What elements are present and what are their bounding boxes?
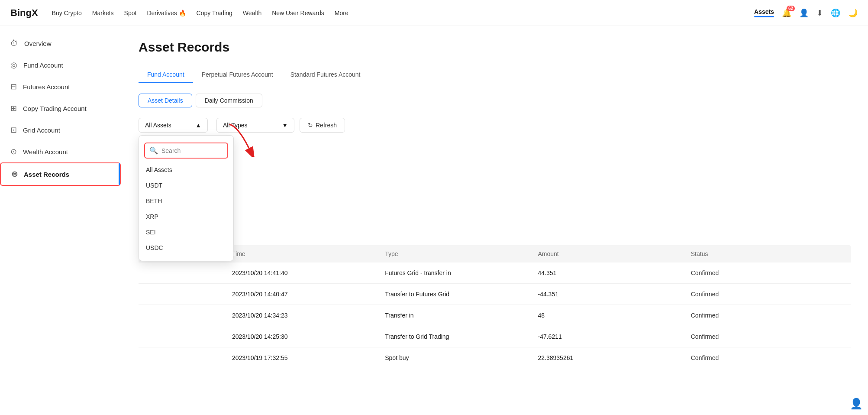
- assets-filter-chevron-up-icon: ▲: [195, 122, 201, 129]
- cell-time-1: 2023/10/20 14:40:47: [232, 291, 385, 298]
- cell-amount-0: 44.351: [538, 269, 691, 276]
- nav-derivatives[interactable]: Derivatives 🔥: [147, 10, 186, 16]
- nav-spot[interactable]: Spot: [124, 10, 137, 16]
- asset-records-table: Time Type Amount Status 2023/10/20 14:41…: [139, 245, 851, 368]
- sidebar-item-overview[interactable]: ⏱ Overview: [0, 33, 121, 54]
- types-filter-select[interactable]: All Types ▼: [216, 118, 294, 133]
- theme-icon[interactable]: 🌙: [848, 8, 858, 18]
- dropdown-item-xrp[interactable]: XRP: [139, 209, 233, 224]
- dropdown-item-beth[interactable]: BETH: [139, 193, 233, 209]
- dropdown-search-container: 🔍: [144, 143, 228, 159]
- overview-icon: ⏱: [10, 39, 18, 48]
- refresh-label: Refresh: [316, 122, 337, 129]
- cell-type-2: Transfer in: [385, 312, 538, 319]
- dropdown-items-list: All Assets USDT BETH XRP SEI USDC USDT: [139, 162, 233, 257]
- sidebar: ⏱ Overview ◎ Fund Account ⊟ Futures Acco…: [0, 26, 121, 415]
- nav-new-user-rewards[interactable]: New User Rewards: [272, 10, 324, 16]
- sub-tab-asset-details[interactable]: Asset Details: [139, 94, 192, 107]
- col-status: Status: [691, 250, 844, 257]
- sidebar-item-copy-trading[interactable]: ⊞ Copy Trading Account: [0, 97, 121, 119]
- cell-time-0: 2023/10/20 14:41:40: [232, 269, 385, 276]
- refresh-icon: ↻: [308, 122, 313, 129]
- tab-standard-futures[interactable]: Standard Futures Account: [282, 67, 369, 83]
- futures-account-icon: ⊟: [10, 82, 17, 91]
- sub-tab-daily-commission[interactable]: Daily Commission: [196, 94, 262, 107]
- filters-row: All Assets ▲ 🔍 All Assets USDT BETH XRP …: [139, 118, 851, 133]
- sidebar-overview-label: Overview: [24, 40, 52, 47]
- search-icon: 🔍: [149, 146, 158, 155]
- copy-trading-icon: ⊞: [10, 104, 17, 113]
- search-input[interactable]: [161, 147, 223, 154]
- sidebar-grid-label: Grid Account: [23, 126, 60, 134]
- col-amount: Amount: [538, 250, 691, 257]
- dropdown-item-all-assets[interactable]: All Assets: [139, 162, 233, 178]
- tab-perpetual-futures[interactable]: Perpetual Futures Account: [193, 67, 282, 83]
- sidebar-item-futures-account[interactable]: ⊟ Futures Account: [0, 76, 121, 97]
- dropdown-item-usdc[interactable]: USDC: [139, 240, 233, 256]
- refresh-button[interactable]: ↻ Refresh: [300, 118, 345, 133]
- col-time: Time: [232, 250, 385, 257]
- table-row: 2023/10/19 17:32:55 Spot buy 22.38935261…: [139, 347, 851, 368]
- cell-time-4: 2023/10/19 17:32:55: [232, 354, 385, 361]
- bottom-right-user-icon[interactable]: 👤: [850, 398, 863, 410]
- cell-amount-1: -44.351: [538, 291, 691, 298]
- table-row: 2023/10/20 14:25:30 Transfer to Grid Tra…: [139, 326, 851, 347]
- assets-filter-container: All Assets ▲ 🔍 All Assets USDT BETH XRP …: [139, 118, 208, 133]
- sidebar-item-asset-records[interactable]: ⊜ Asset Records: [0, 162, 121, 186]
- logo[interactable]: BingX: [10, 7, 38, 19]
- wealth-account-icon: ⊙: [10, 147, 17, 156]
- download-icon[interactable]: ⬇: [816, 8, 823, 18]
- cell-type-1: Transfer to Futures Grid: [385, 291, 538, 298]
- cell-time-2: 2023/10/20 14:34:23: [232, 312, 385, 319]
- main-content: Asset Records Fund Account Perpetual Fut…: [121, 26, 868, 415]
- cell-amount-2: 48: [538, 312, 691, 319]
- cell-type-3: Transfer to Grid Trading: [385, 333, 538, 340]
- nav-more[interactable]: More: [335, 10, 348, 16]
- nav-buy-crypto[interactable]: Buy Crypto: [52, 10, 82, 16]
- sidebar-wealth-label: Wealth Account: [23, 148, 68, 156]
- sidebar-copy-trading-label: Copy Trading Account: [23, 105, 87, 112]
- nav-wealth[interactable]: Wealth: [243, 10, 261, 16]
- nav-markets[interactable]: Markets: [92, 10, 114, 16]
- sidebar-futures-label: Futures Account: [23, 83, 70, 91]
- asset-records-icon: ⊜: [11, 169, 18, 179]
- top-navigation: BingX Buy Crypto Markets Spot Derivative…: [0, 0, 868, 26]
- sidebar-fund-label: Fund Account: [23, 62, 63, 69]
- sidebar-item-grid-account[interactable]: ⊡ Grid Account: [0, 119, 121, 141]
- cell-status-3: Confirmed: [691, 333, 844, 340]
- page-title: Asset Records: [139, 40, 851, 55]
- dropdown-item-sei[interactable]: SEI: [139, 224, 233, 240]
- cell-status-0: Confirmed: [691, 269, 844, 276]
- col-type: Type: [385, 250, 538, 257]
- table-row: 2023/10/20 14:41:40 Futures Grid - trans…: [139, 263, 851, 284]
- globe-icon[interactable]: 🌐: [831, 8, 840, 18]
- assets-nav-link[interactable]: Assets: [754, 8, 774, 17]
- cell-time-3: 2023/10/20 14:25:30: [232, 333, 385, 340]
- sub-tabs: Asset Details Daily Commission: [139, 94, 851, 107]
- profile-icon[interactable]: 👤: [799, 8, 809, 18]
- notification-badge: 62: [787, 6, 795, 11]
- cell-status-2: Confirmed: [691, 312, 844, 319]
- types-filter-chevron-icon: ▼: [282, 122, 288, 129]
- main-layout: ⏱ Overview ◎ Fund Account ⊟ Futures Acco…: [0, 26, 868, 415]
- fund-account-icon: ◎: [10, 60, 17, 70]
- account-tabs: Fund Account Perpetual Futures Account S…: [139, 67, 851, 83]
- sidebar-item-fund-account[interactable]: ◎ Fund Account: [0, 54, 121, 76]
- dropdown-item-usdt[interactable]: USDT: [139, 178, 233, 193]
- assets-filter-label: All Assets: [145, 122, 171, 129]
- nav-copy-trading[interactable]: Copy Trading: [197, 10, 232, 16]
- table-header-row: Time Type Amount Status: [139, 245, 851, 263]
- sidebar-item-wealth-account[interactable]: ⊙ Wealth Account: [0, 141, 121, 162]
- table-row: 2023/10/20 14:40:47 Transfer to Futures …: [139, 284, 851, 305]
- nav-links: Buy Crypto Markets Spot Derivatives 🔥 Co…: [52, 10, 755, 16]
- cell-amount-3: -47.6211: [538, 333, 691, 340]
- tab-fund-account[interactable]: Fund Account: [139, 67, 193, 83]
- cell-type-4: Spot buy: [385, 354, 538, 361]
- cell-amount-4: 22.38935261: [538, 354, 691, 361]
- assets-filter-select[interactable]: All Assets ▲: [139, 118, 208, 133]
- assets-dropdown-menu: 🔍 All Assets USDT BETH XRP SEI USDC USDT: [139, 135, 234, 261]
- cell-status-1: Confirmed: [691, 291, 844, 298]
- nav-right: Assets 🔔 62 👤 ⬇ 🌐 🌙: [754, 8, 858, 18]
- notification-icon[interactable]: 🔔 62: [782, 8, 791, 18]
- types-filter-label: All Types: [223, 122, 248, 129]
